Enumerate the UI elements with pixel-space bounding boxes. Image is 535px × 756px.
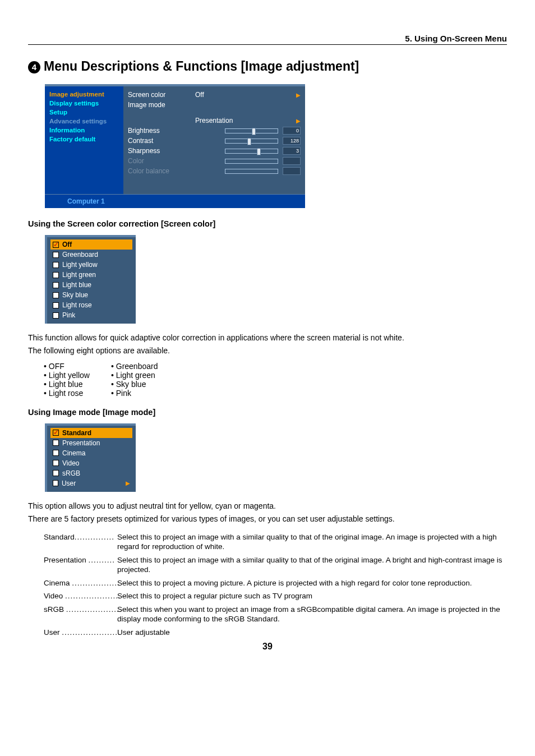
osd-row-color-balance: Color balance [128, 166, 301, 176]
popup-item[interactable]: Pink [50, 310, 132, 320]
checkbox-icon [53, 272, 59, 278]
osd-label: Screen color [128, 91, 195, 99]
list-item: Pink [111, 389, 158, 398]
osd-row-sharpness[interactable]: Sharpness 3 [128, 146, 301, 156]
osd-row-contrast[interactable]: Contrast 128 [128, 136, 301, 146]
popup-item[interactable]: sRGB [50, 468, 132, 478]
definition-row: Standard............... Select this to p… [44, 532, 507, 552]
screen-color-desc-1: This function allows for quick adaptive … [28, 333, 507, 343]
definition-row: Video ..................... Select this … [44, 591, 507, 601]
osd-numbox [283, 167, 301, 175]
osd-row-image-mode-value[interactable]: Presentation ▶ [128, 116, 301, 126]
popup-item[interactable]: Greenboard [50, 250, 132, 260]
screen-color-desc-2: The following eight options are availabl… [28, 345, 507, 356]
osd-row-image-mode[interactable]: Image mode [128, 100, 301, 110]
chevron-right-icon: ▶ [296, 92, 301, 98]
osd-sidebar-item[interactable]: Display settings [49, 99, 119, 108]
def-desc: Select this when you want to project an … [114, 605, 507, 624]
def-term: Video [44, 592, 63, 600]
checkbox-icon [53, 282, 59, 288]
def-desc: Select this to project a regular picture… [114, 591, 507, 601]
popup-label: Light blue [62, 281, 91, 289]
osd-label: Image mode [128, 101, 195, 109]
section-title-text: Menu Descriptions & Functions [Image adj… [44, 59, 359, 73]
image-mode-desc-1: This option allows you to adjust neutral… [28, 501, 507, 511]
popup-item[interactable]: Light blue [50, 280, 132, 290]
screen-color-bullet-columns: OFF Light yellow Light blue Light rose G… [44, 362, 507, 398]
section-number-badge: 4 [28, 61, 40, 73]
image-mode-popup: Standard Presentation Cinema Video sRGB … [45, 423, 136, 492]
def-desc: User adjustable [114, 628, 507, 638]
dots: ...................... [62, 628, 121, 637]
checkbox-icon [53, 292, 59, 298]
popup-item[interactable]: Video [50, 458, 132, 468]
popup-label: Presentation [62, 439, 100, 447]
checkbox-icon [53, 252, 59, 258]
def-desc: Select this to project an image with a s… [114, 532, 507, 552]
def-term: Cinema [44, 579, 70, 587]
osd-sidebar-item[interactable]: Image adjustment [49, 90, 119, 99]
popup-label: Video [62, 459, 79, 467]
popup-item[interactable]: Light yellow [50, 260, 132, 270]
definition-row: User ...................... User adjusta… [44, 628, 507, 638]
osd-sidebar-item[interactable]: Factory default [49, 135, 119, 144]
subheading-screen-color: Using the Screen color correction [Scree… [28, 219, 507, 228]
definition-list: Standard............... Select this to p… [44, 532, 507, 638]
chapter-header: 5. Using On-Screen Menu [28, 34, 507, 45]
def-desc: Select this to project a moving picture.… [114, 578, 507, 588]
popup-label: Standard [62, 429, 91, 437]
checkbox-icon [53, 470, 59, 476]
popup-item[interactable]: Presentation [50, 438, 132, 448]
popup-label: Light rose [62, 301, 92, 309]
dots: ............... [75, 533, 114, 541]
popup-label: Pink [62, 311, 75, 319]
popup-label: Off [62, 241, 72, 248]
osd-numbox: 128 [283, 137, 301, 145]
popup-item[interactable]: Standard [50, 428, 132, 438]
osd-label: Brightness [128, 127, 195, 135]
slider[interactable] [225, 149, 278, 154]
popup-item[interactable]: Sky blue [50, 290, 132, 300]
osd-label: Sharpness [128, 147, 195, 155]
slider[interactable] [225, 128, 278, 133]
checkbox-icon [53, 312, 59, 319]
popup-item[interactable]: Cinema [50, 448, 132, 458]
popup-item[interactable]: Off [50, 239, 132, 250]
osd-main-screenshot: Image adjustment Display settings Setup … [45, 84, 305, 208]
osd-sidebar-item[interactable]: Information [49, 126, 119, 135]
popup-item[interactable]: User▶ [50, 478, 132, 488]
popup-label: Cinema [62, 449, 85, 457]
osd-row-brightness[interactable]: Brightness 0 [128, 126, 301, 136]
osd-row-color: Color [128, 156, 301, 166]
osd-label: Color [128, 157, 195, 165]
popup-label: Light yellow [62, 261, 98, 269]
popup-item[interactable]: Light rose [50, 300, 132, 310]
popup-item[interactable]: Light green [50, 270, 132, 280]
def-term: User [44, 628, 60, 637]
def-desc: Select this to project an image with a s… [114, 555, 507, 575]
chevron-right-icon: ▶ [296, 118, 301, 124]
page-number: 39 [28, 642, 507, 652]
osd-sidebar-item[interactable]: Setup [49, 108, 119, 117]
osd-sidebar-item[interactable]: Advanced settings [49, 117, 119, 126]
check-icon [53, 242, 59, 248]
definition-row: Presentation .......... Select this to p… [44, 555, 507, 575]
screen-color-popup: Off Greenboard Light yellow Light green … [45, 235, 136, 324]
list-item: Light blue [44, 380, 90, 389]
subheading-image-mode: Using Image mode [Image mode] [28, 408, 507, 417]
section-title: 4Menu Descriptions & Functions [Image ad… [28, 59, 507, 74]
osd-numbox [283, 157, 301, 165]
dots: .................. [72, 579, 120, 587]
osd-row-screen-color[interactable]: Screen color Off ▶ [128, 90, 301, 100]
check-icon [53, 430, 59, 436]
slider [225, 159, 278, 164]
list-item: OFF [44, 362, 90, 371]
chevron-right-icon: ▶ [126, 480, 130, 486]
list-item: Light green [111, 371, 158, 380]
slider[interactable] [225, 139, 278, 144]
osd-sidebar: Image adjustment Display settings Setup … [45, 86, 123, 194]
checkbox-icon [53, 480, 58, 486]
checkbox-icon [53, 460, 59, 466]
definition-row: sRGB ..................... Select this w… [44, 605, 507, 624]
dots: .......... [89, 556, 116, 564]
